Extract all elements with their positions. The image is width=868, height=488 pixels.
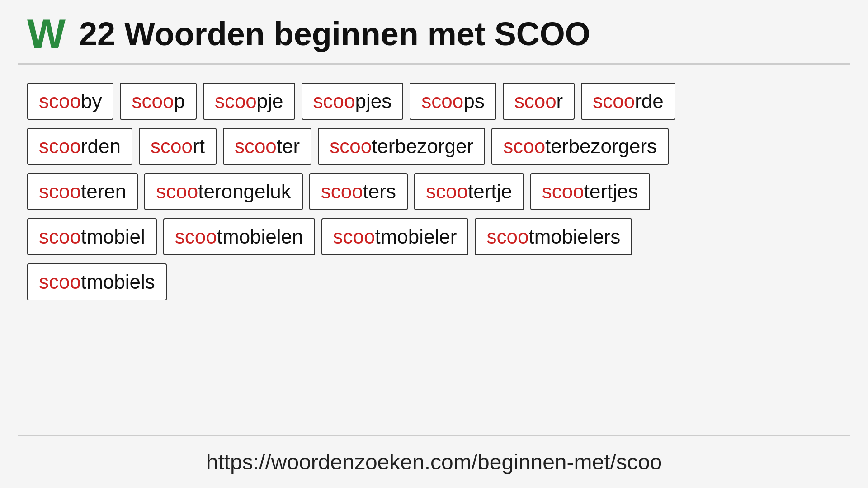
- word-suffix: rden: [81, 135, 121, 157]
- word-box[interactable]: scoor: [503, 83, 575, 120]
- word-prefix: scoo: [39, 135, 81, 157]
- word-box[interactable]: scoorden: [27, 128, 132, 165]
- word-prefix: scoo: [39, 90, 81, 112]
- word-prefix: scoo: [333, 225, 375, 248]
- word-suffix: rt: [193, 135, 205, 157]
- word-suffix: p: [174, 90, 184, 112]
- word-suffix: tmobiel: [81, 225, 145, 248]
- word-suffix: ps: [463, 90, 484, 112]
- word-box[interactable]: scooterongeluk: [144, 173, 302, 210]
- word-suffix: terongeluk: [198, 180, 291, 202]
- word-prefix: scoo: [175, 225, 217, 248]
- word-suffix: rde: [635, 90, 664, 112]
- word-box[interactable]: scooters: [309, 173, 408, 210]
- word-box[interactable]: scoorde: [581, 83, 675, 120]
- word-prefix: scoo: [132, 90, 174, 112]
- word-suffix: terbezorgers: [545, 135, 657, 157]
- word-prefix: scoo: [151, 135, 193, 157]
- word-prefix: scoo: [39, 180, 81, 202]
- word-box[interactable]: scootmobiels: [27, 263, 167, 300]
- word-row-2: scooterenscooterongelukscootersscootertj…: [27, 173, 841, 210]
- word-suffix: tertjes: [584, 180, 638, 202]
- word-box[interactable]: scooterbezorgers: [491, 128, 669, 165]
- word-box[interactable]: scoops: [410, 83, 496, 120]
- word-suffix: ter: [277, 135, 300, 157]
- word-box[interactable]: scoort: [139, 128, 217, 165]
- word-grid: scoobyscoopscoopjescoopjesscoopsscoorsco…: [0, 65, 868, 435]
- word-prefix: scoo: [215, 90, 257, 112]
- word-box[interactable]: scoopje: [203, 83, 295, 120]
- page-header: W 22 Woorden beginnen met SCOO: [0, 0, 868, 63]
- word-suffix: ters: [363, 180, 396, 202]
- word-box[interactable]: scootertje: [414, 173, 524, 210]
- word-prefix: scoo: [503, 135, 545, 157]
- footer-url: https://woordenzoeken.com/beginnen-met/s…: [0, 436, 868, 488]
- word-box[interactable]: scootmobiel: [27, 218, 157, 255]
- logo: W: [27, 14, 66, 54]
- word-box[interactable]: scooteren: [27, 173, 138, 210]
- word-prefix: scoo: [426, 180, 468, 202]
- word-suffix: tmobiels: [81, 271, 155, 293]
- word-suffix: tmobielers: [528, 225, 620, 248]
- page-title: 22 Woorden beginnen met SCOO: [79, 15, 590, 52]
- word-suffix: by: [81, 90, 102, 112]
- word-suffix: pje: [257, 90, 283, 112]
- word-row-1: scoordenscoortscooterscooterbezorgerscoo…: [27, 128, 841, 165]
- word-box[interactable]: scooby: [27, 83, 113, 120]
- word-prefix: scoo: [39, 271, 81, 293]
- word-box[interactable]: scootmobielers: [475, 218, 632, 255]
- word-suffix: terbezorger: [372, 135, 473, 157]
- word-suffix: tmobieler: [375, 225, 457, 248]
- word-suffix: tertje: [468, 180, 512, 202]
- word-prefix: scoo: [421, 90, 463, 112]
- word-prefix: scoo: [593, 90, 635, 112]
- word-prefix: scoo: [235, 135, 277, 157]
- word-prefix: scoo: [39, 225, 81, 248]
- word-box[interactable]: scooterbezorger: [318, 128, 485, 165]
- word-prefix: scoo: [156, 180, 198, 202]
- word-suffix: r: [557, 90, 563, 112]
- word-row-3: scootmobielscootmobielenscootmobielersco…: [27, 218, 841, 255]
- word-box[interactable]: scootmobieler: [321, 218, 469, 255]
- word-prefix: scoo: [486, 225, 528, 248]
- word-row-0: scoobyscoopscoopjescoopjesscoopsscoorsco…: [27, 83, 841, 120]
- word-box[interactable]: scoopjes: [302, 83, 404, 120]
- word-box[interactable]: scoop: [120, 83, 196, 120]
- word-suffix: pjes: [355, 90, 392, 112]
- word-box[interactable]: scootertjes: [530, 173, 650, 210]
- word-box[interactable]: scootmobielen: [163, 218, 315, 255]
- word-row-4: scootmobiels: [27, 263, 841, 300]
- word-prefix: scoo: [542, 180, 584, 202]
- word-prefix: scoo: [313, 90, 355, 112]
- word-suffix: teren: [81, 180, 126, 202]
- word-prefix: scoo: [514, 90, 557, 112]
- word-prefix: scoo: [330, 135, 372, 157]
- word-box[interactable]: scooter: [223, 128, 311, 165]
- word-suffix: tmobielen: [217, 225, 303, 248]
- word-prefix: scoo: [321, 180, 363, 202]
